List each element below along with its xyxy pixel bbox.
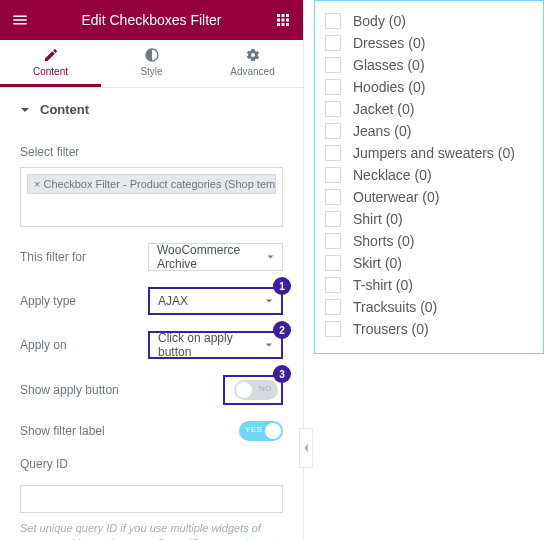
chevron-left-icon bbox=[303, 443, 310, 453]
checkbox[interactable] bbox=[325, 79, 341, 95]
checkbox-label: Necklace (0) bbox=[353, 167, 432, 183]
list-item[interactable]: Shirt (0) bbox=[325, 211, 533, 227]
this-filter-for-label: This filter for bbox=[20, 250, 148, 264]
checkbox-filter-widget[interactable]: Body (0)Dresses (0)Glasses (0)Hoodies (0… bbox=[314, 0, 544, 354]
select-filter-input[interactable]: × Checkbox Filter - Product categories (… bbox=[20, 167, 283, 227]
checkbox[interactable] bbox=[325, 299, 341, 315]
checkbox[interactable] bbox=[325, 57, 341, 73]
tab-content[interactable]: Content bbox=[0, 40, 101, 87]
controls-area: Select filter × Checkbox Filter - Produc… bbox=[0, 145, 303, 540]
chevron-down-icon bbox=[265, 297, 273, 305]
checkbox-label: Dresses (0) bbox=[353, 35, 425, 51]
checkbox[interactable] bbox=[325, 35, 341, 51]
list-item[interactable]: Jeans (0) bbox=[325, 123, 533, 139]
tab-style[interactable]: Style bbox=[101, 40, 202, 87]
list-item[interactable]: Hoodies (0) bbox=[325, 79, 533, 95]
panel-title: Edit Checkboxes Filter bbox=[40, 12, 263, 28]
checkbox-label: Jumpers and sweaters (0) bbox=[353, 145, 515, 161]
apply-on-select[interactable]: Click on apply button bbox=[148, 331, 283, 359]
checkbox[interactable] bbox=[325, 189, 341, 205]
checkbox-label: Tracksuits (0) bbox=[353, 299, 437, 315]
apply-type-label: Apply type bbox=[20, 294, 148, 308]
query-id-input[interactable] bbox=[20, 485, 283, 513]
apply-on-label: Apply on bbox=[20, 338, 148, 352]
row-show-apply-button: Show apply button NO 3 bbox=[20, 375, 283, 405]
checkbox[interactable] bbox=[325, 255, 341, 271]
gear-icon bbox=[245, 47, 261, 63]
list-item[interactable]: T-shirt (0) bbox=[325, 277, 533, 293]
section-toggle-content[interactable]: Content bbox=[0, 88, 303, 131]
query-id-hint: Set unique query ID if you use multiple … bbox=[20, 521, 283, 540]
checkbox[interactable] bbox=[325, 101, 341, 117]
tab-advanced[interactable]: Advanced bbox=[202, 40, 303, 87]
checkbox-label: Outerwear (0) bbox=[353, 189, 439, 205]
checkbox[interactable] bbox=[325, 123, 341, 139]
list-item[interactable]: Tracksuits (0) bbox=[325, 299, 533, 315]
show-apply-button-label: Show apply button bbox=[20, 383, 148, 397]
row-this-filter-for: This filter for WooCommerce Archive bbox=[20, 243, 283, 271]
caret-down-icon bbox=[20, 105, 30, 115]
list-item[interactable]: Glasses (0) bbox=[325, 57, 533, 73]
panel-tabs: Content Style Advanced bbox=[0, 40, 303, 88]
callout-badge-1: 1 bbox=[273, 277, 291, 295]
hamburger-icon bbox=[11, 11, 29, 29]
collapse-panel-button[interactable] bbox=[299, 428, 313, 468]
list-item[interactable]: Shorts (0) bbox=[325, 233, 533, 249]
checkbox-label: Shirt (0) bbox=[353, 211, 403, 227]
checkbox[interactable] bbox=[325, 145, 341, 161]
chevron-down-icon bbox=[265, 341, 273, 349]
checkbox-label: T-shirt (0) bbox=[353, 277, 413, 293]
list-item[interactable]: Skirt (0) bbox=[325, 255, 533, 271]
list-item[interactable]: Body (0) bbox=[325, 13, 533, 29]
toggle-knob bbox=[236, 382, 252, 398]
checkbox[interactable] bbox=[325, 211, 341, 227]
show-filter-label-label: Show filter label bbox=[20, 424, 148, 438]
grid-icon bbox=[274, 11, 292, 29]
row-apply-type: Apply type AJAX 1 bbox=[20, 287, 283, 315]
chevron-down-icon bbox=[267, 253, 274, 261]
panel-header: Edit Checkboxes Filter bbox=[0, 0, 303, 40]
checkbox-label: Jeans (0) bbox=[353, 123, 411, 139]
show-filter-label-toggle[interactable]: YES bbox=[239, 421, 283, 441]
checkbox[interactable] bbox=[325, 233, 341, 249]
checkbox-label: Trousers (0) bbox=[353, 321, 429, 337]
list-item[interactable]: Jacket (0) bbox=[325, 101, 533, 117]
row-apply-on: Apply on Click on apply button 2 bbox=[20, 331, 283, 359]
list-item[interactable]: Outerwear (0) bbox=[325, 189, 533, 205]
pencil-icon bbox=[43, 47, 59, 63]
show-apply-button-toggle[interactable]: NO bbox=[234, 380, 278, 400]
preview-area: Body (0)Dresses (0)Glasses (0)Hoodies (0… bbox=[304, 0, 544, 354]
row-show-filter-label: Show filter label YES bbox=[20, 421, 283, 441]
toggle-knob bbox=[265, 423, 281, 439]
filter-token[interactable]: × Checkbox Filter - Product categories (… bbox=[27, 174, 276, 194]
list-item[interactable]: Trousers (0) bbox=[325, 321, 533, 337]
show-filter-label-toggle-wrap: YES bbox=[148, 421, 283, 441]
checkbox-label: Skirt (0) bbox=[353, 255, 402, 271]
callout-badge-2: 2 bbox=[273, 321, 291, 339]
contrast-icon bbox=[144, 47, 160, 63]
checkbox-label: Body (0) bbox=[353, 13, 406, 29]
query-id-label: Query ID bbox=[20, 457, 283, 471]
checkbox-label: Hoodies (0) bbox=[353, 79, 425, 95]
checkbox[interactable] bbox=[325, 167, 341, 183]
checkbox-label: Jacket (0) bbox=[353, 101, 414, 117]
menu-button[interactable] bbox=[0, 0, 40, 40]
list-item[interactable]: Dresses (0) bbox=[325, 35, 533, 51]
checkbox-label: Shorts (0) bbox=[353, 233, 414, 249]
this-filter-for-select[interactable]: WooCommerce Archive bbox=[148, 243, 283, 271]
editor-panel: Edit Checkboxes Filter Content Style Adv… bbox=[0, 0, 304, 540]
checkbox[interactable] bbox=[325, 277, 341, 293]
list-item[interactable]: Jumpers and sweaters (0) bbox=[325, 145, 533, 161]
list-item[interactable]: Necklace (0) bbox=[325, 167, 533, 183]
apply-type-select[interactable]: AJAX bbox=[148, 287, 283, 315]
checkbox-label: Glasses (0) bbox=[353, 57, 425, 73]
checkbox[interactable] bbox=[325, 13, 341, 29]
checkbox[interactable] bbox=[325, 321, 341, 337]
callout-badge-3: 3 bbox=[273, 365, 291, 383]
apps-button[interactable] bbox=[263, 0, 303, 40]
select-filter-label: Select filter bbox=[20, 145, 283, 159]
